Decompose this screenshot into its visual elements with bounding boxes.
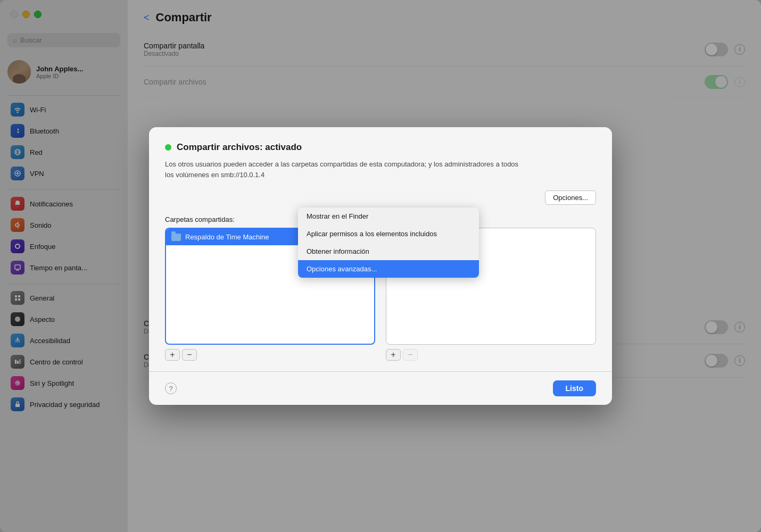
options-button[interactable]: Opciones...: [545, 190, 596, 205]
context-menu-item-advanced[interactable]: Opciones avanzadas...: [298, 260, 479, 278]
add-user-button[interactable]: +: [386, 349, 401, 361]
folder-icon: [171, 234, 181, 241]
remove-user-button[interactable]: −: [403, 349, 418, 361]
context-menu: Mostrar en el Finder Aplicar permisos a …: [298, 207, 479, 278]
context-menu-item-get-info[interactable]: Obtener información: [298, 243, 479, 260]
status-dot: [165, 144, 171, 151]
folder-name: Respaldo de Time Machine: [185, 233, 269, 241]
options-btn-row: Opciones...: [165, 190, 596, 205]
status-title: Compartir archivos: activado: [177, 142, 302, 153]
add-folder-button[interactable]: +: [165, 349, 180, 361]
help-button[interactable]: ?: [165, 383, 177, 394]
context-menu-item-show-finder[interactable]: Mostrar en el Finder: [298, 207, 479, 225]
context-menu-item-apply-perms[interactable]: Aplicar permisos a los elementos incluid…: [298, 225, 479, 243]
file-sharing-status: Compartir archivos: activado: [165, 142, 596, 153]
remove-folder-button[interactable]: −: [182, 349, 197, 361]
carpetas-controls: + −: [165, 349, 375, 361]
modal-footer: ? Listo: [149, 372, 612, 405]
usuarios-controls: + −: [386, 349, 596, 361]
status-description: Los otros usuarios pueden acceder a las …: [165, 159, 527, 180]
done-button[interactable]: Listo: [553, 380, 596, 396]
